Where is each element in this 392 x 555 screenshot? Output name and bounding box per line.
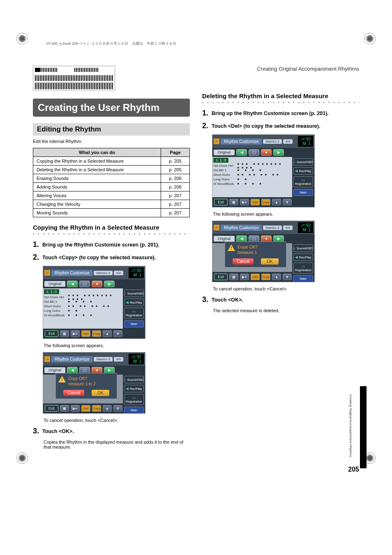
del-button[interactable]: Del [81,405,90,412]
stop-button[interactable]: ▢ [249,235,259,242]
ok-button[interactable]: OK [261,258,278,265]
step-text: Touch <OK>. [212,295,243,304]
down-button[interactable]: ▼ [283,274,292,280]
cancel-button[interactable]: Cancel [233,258,254,265]
up-button[interactable]: ▲ [272,274,281,280]
down-button[interactable]: ▼ [283,199,292,205]
main-button[interactable]: Main [293,189,313,196]
stop-button[interactable]: ▢ [249,149,259,156]
up-button[interactable]: ▲ [272,199,281,205]
step-number: 1. [33,240,39,249]
playstop-button[interactable]: ▶/▪ [240,274,249,280]
up-button[interactable]: ▲ [103,405,112,412]
prev-button[interactable]: ◀ [236,235,247,242]
step-number: 3. [202,295,208,304]
timesig-chip: 4/4 [283,139,293,144]
exit-button[interactable]: Exit [45,330,58,337]
side-label: Creating Original Accompaniment Rhythms [349,394,353,457]
up-button[interactable]: ▲ [103,330,112,337]
reg-mark-tr [364,33,376,44]
next-button[interactable]: ▶ [273,149,284,156]
time-display: 1: 1: 0 [44,289,59,294]
registration-button[interactable]: ▭ Registration [124,308,144,319]
grid-icon[interactable]: ▦ [229,274,238,280]
table-row: Erasing Soundsp. 206 [33,174,190,183]
rhythm-customize-dialog-screenshot: – Rhythm Customize Mambo 3 4/4 ♩= 92M: 1… [43,352,145,414]
copy-button[interactable]: Copy [92,405,101,412]
step-text: Bring up the Rhythm Customize screen (p.… [42,240,159,249]
close-icon[interactable]: – [214,138,219,144]
table-row: Copying the Rhythm in a Selected Measure… [33,157,190,166]
sound-kbd-button[interactable]: ♪ Sound/KBD [293,158,313,166]
track-row: Hi WoodBlock ● ● ● ● [213,182,291,186]
playstop-button[interactable]: ▶/▪ [71,330,80,337]
del-button[interactable]: Del [251,274,260,280]
close-icon[interactable]: – [44,270,50,276]
track-row: Long Guiro● ● [44,309,122,313]
main-button[interactable]: Main [124,320,144,327]
timesig-chip: 4/4 [114,271,123,275]
ok-button[interactable]: OK [92,390,109,396]
copy-button[interactable]: Copy [261,274,270,280]
next-button[interactable]: ▶ [104,281,115,287]
doc-title: Creating Original Accompaniment Rhythms [202,66,359,72]
tempo-display: ♩= 92M: 1 [298,222,313,233]
copy-button[interactable]: Copy [92,330,101,337]
prev-button[interactable]: ◀ [236,149,247,156]
record-button[interactable]: ● [261,235,272,242]
down-button[interactable]: ▼ [113,405,122,412]
track-row: Short Guiro ●● ●● ●● ●● [213,173,291,177]
grid-icon[interactable]: ▦ [60,405,69,412]
style-chip: Mambo 3 [263,139,281,144]
stop-button[interactable]: ▢ [79,367,90,373]
prev-button[interactable]: ◀ [67,281,78,287]
prev-button[interactable]: ◀ [67,367,78,373]
grid-icon[interactable]: ▦ [229,199,238,205]
dialog-message: Copy OK?measure 1 to 2 [68,376,96,387]
registration-button[interactable]: ▭ Registration [293,176,313,187]
next-button[interactable]: ▶ [273,235,284,242]
del-button[interactable]: Del [251,199,260,205]
rec-play-button[interactable]: ◀ Rec/Play [293,167,313,175]
close-icon[interactable]: – [44,356,50,362]
table-header-page: Page [161,148,190,157]
record-button[interactable]: ● [92,367,102,373]
exit-button[interactable]: Exit [45,405,58,412]
sound-kbd-button[interactable]: ♪ Sound/KBD [124,290,144,297]
cancel-button[interactable]: Cancel [63,390,84,396]
copy-button[interactable]: Copy [261,199,270,205]
rhythm-customize-screenshot: – Rhythm Customize Mambo 3 4/4 ♩= 92M: 1… [212,134,315,207]
track-row: Std BD 1 ● ● ● ● [213,168,291,173]
exit-button[interactable]: Exit [214,274,228,280]
dialog-message: Erase OK?measure 1 [238,244,258,255]
rec-play-button[interactable]: ◀ Rec/Play [124,299,144,306]
del-button[interactable]: Del [81,330,90,337]
grid-icon[interactable]: ▦ [60,330,69,337]
delete-section-title: Deleting the Rhythm in a Selected Measur… [202,92,359,99]
rec-play-button[interactable]: ◀ Rec/Play [124,385,144,392]
registration-button[interactable]: ▭ Registration [124,394,144,405]
stop-button[interactable]: ▢ [79,281,90,287]
main-button[interactable]: Main [124,407,144,414]
step-text: Touch <OK>. [42,427,74,435]
exit-button[interactable]: Exit [214,199,228,205]
sound-kbd-button[interactable]: ♪ Sound/KBD [293,244,313,252]
rec-play-button[interactable]: ◀ Rec/Play [293,253,313,261]
down-button[interactable]: ▼ [113,330,122,337]
record-button[interactable]: ● [92,281,102,287]
registration-button[interactable]: ▭ Registration [293,263,313,274]
tempo-display: ♩= 92M: 1 [298,136,313,147]
next-button[interactable]: ▶ [104,367,115,373]
close-icon[interactable]: – [214,225,219,230]
step-number: 2. [33,253,39,262]
step-number: 1. [202,109,208,117]
playstop-button[interactable]: ▶/▪ [240,199,249,205]
timesig-chip: 4/4 [283,226,293,230]
playstop-button[interactable]: ▶/▪ [71,405,80,412]
style-chip: Mambo 3 [94,271,112,275]
rhythm-customize-dialog-screenshot: – Rhythm Customize Mambo 3 4/4 ♩= 92M: 1… [212,221,315,282]
record-button[interactable]: ● [261,149,272,156]
main-button[interactable]: Main [293,275,313,282]
sound-kbd-button[interactable]: ♪ Sound/KBD [124,376,144,383]
following-text: The following screen appears. [213,212,359,216]
